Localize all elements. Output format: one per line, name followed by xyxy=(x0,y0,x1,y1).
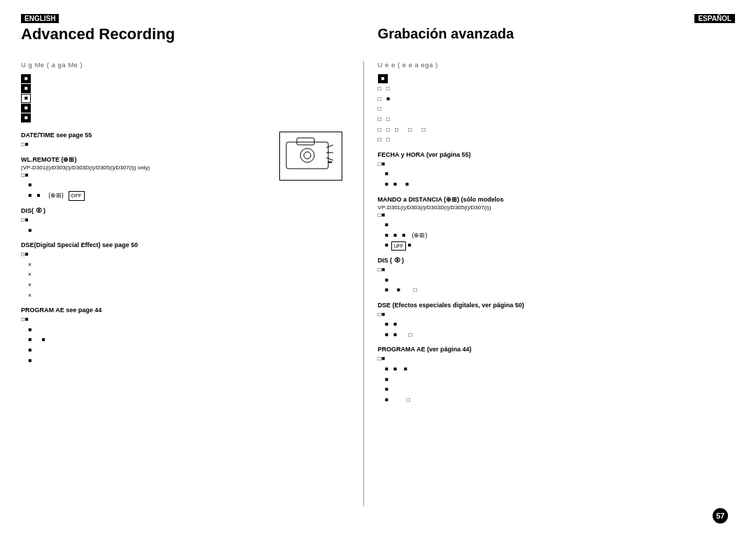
mando-sub: VP-D301(i)/D303(i)/D303D(i)/D305(i)/D307… xyxy=(378,204,735,211)
mando-menu: □■ ■ ■ ■ ■ (⊕⊞) ■ UFF ■ xyxy=(378,211,735,251)
list-item: □ □ xyxy=(378,115,735,125)
program-ae-label-left: PROGRAM AE see page 44 xyxy=(21,307,265,314)
program-ae-label-right: PROGRAMA AE (ver página 44) xyxy=(378,346,735,353)
list-item: ■ ■ ■ xyxy=(385,365,735,374)
english-badge: ENGLISH xyxy=(21,14,59,23)
list-item: ■ ■ xyxy=(28,335,265,345)
left-main-content: DATE/TIME see page 55 □■ WL.REMOTE (⊕⊞) … xyxy=(21,126,349,369)
right-column: U e e ( e e a ega ) ■ □ □ □ ■ □ □ □ □ □ … xyxy=(364,61,735,506)
page-footer: 57 xyxy=(0,513,756,534)
list-item: ■ xyxy=(378,74,735,83)
list-item: ■ ■ ■ xyxy=(385,180,735,190)
list-item: □ □ xyxy=(378,135,735,145)
spanish-badge: ESPAÑOL xyxy=(694,14,735,23)
svg-text:■■: ■■ xyxy=(328,160,332,164)
datetime-label: DATE/TIME see page 55 xyxy=(21,132,265,139)
list-item: ■ xyxy=(21,74,349,83)
list-item: ■ xyxy=(28,325,265,335)
dse-label-right: DSE (Efectos especiales digitales, ver p… xyxy=(378,302,735,309)
list-item: ■ ■ □ xyxy=(385,330,735,340)
program-menu-left: □■ ■ ■ ■ ■ ■ xyxy=(21,315,265,366)
list-item: □■ xyxy=(378,265,735,275)
list-item: × xyxy=(28,260,265,270)
list-item: □■ xyxy=(378,211,735,220)
left-title: Advanced Recording xyxy=(21,26,364,43)
left-subtitle: U g Me ( a ga Me ) xyxy=(21,61,349,69)
dis-menu-left: □■ ■ xyxy=(21,216,265,236)
list-item: ■ xyxy=(21,84,349,93)
list-item: × xyxy=(28,281,265,290)
list-item: × xyxy=(28,270,265,280)
list-item: ■ xyxy=(385,276,735,286)
right-menu-initial: ■ □ □ □ ■ □ □ □ □ □ □ □ □ □ □ xyxy=(378,74,735,146)
page-number-badge: 57 xyxy=(713,508,728,524)
left-column: U g Me ( a ga Me ) ■ ■ ■ ■ ■ DATE/TIME s… xyxy=(21,61,364,506)
svg-rect-0 xyxy=(286,142,328,169)
list-item: □ ■ xyxy=(378,94,735,104)
wl-remote-sub: (VP-D301(i)/D303(i)/D303D(i)/D305(i)/D30… xyxy=(21,164,265,171)
program-menu-right: □■ ■ ■ ■ ■ ■ ■ □ xyxy=(378,354,735,405)
list-item: ■ ■ □ xyxy=(385,286,735,295)
list-item: ■ ■ xyxy=(385,320,735,330)
page-container: ENGLISH Advanced Recording ESPAÑOL Graba… xyxy=(0,0,756,534)
header-right: ESPAÑOL Grabación avanzada xyxy=(364,14,735,45)
mando-label: MANDO a DISTANCIA (⊕⊞) (sólo modelos xyxy=(378,196,735,203)
list-item: □■ xyxy=(378,160,735,169)
left-menu-initial: ■ ■ ■ ■ ■ xyxy=(21,74,349,123)
dse-label-left: DSE(Digital Special Effect) see page 50 xyxy=(21,241,265,248)
list-item: ■ xyxy=(21,113,349,122)
list-item: ■ □ xyxy=(385,395,735,405)
dse-menu-right: □■ ■ ■ ■ ■ □ xyxy=(378,310,735,341)
list-item: □■ xyxy=(21,216,265,225)
list-item: ■ xyxy=(28,181,265,190)
dis-menu-right: □■ ■ ■ ■ □ xyxy=(378,265,735,296)
list-item: ■ xyxy=(385,220,735,230)
list-item: □■ xyxy=(21,171,265,181)
list-item: ■ xyxy=(385,375,735,385)
list-item: □■ xyxy=(21,250,265,260)
left-col-main: DATE/TIME see page 55 □■ WL.REMOTE (⊕⊞) … xyxy=(21,126,265,369)
svg-line-4 xyxy=(326,145,333,148)
diagram-box: ■■ xyxy=(279,132,342,181)
datetime-menu: □■ xyxy=(21,140,265,150)
list-item: □■ xyxy=(21,315,265,325)
list-item: × xyxy=(28,291,265,301)
list-item: □■ xyxy=(378,354,735,364)
svg-point-2 xyxy=(300,148,314,162)
list-item: □■ xyxy=(21,140,265,150)
dis-label-left: DIS( ⦿ ) xyxy=(21,207,265,214)
list-item: ■ UFF ■ xyxy=(385,241,735,251)
content-area: U g Me ( a ga Me ) ■ ■ ■ ■ ■ DATE/TIME s… xyxy=(0,47,756,513)
wl-remote-menu: □■ ■ ■ ■ (⊕⊞) OFF xyxy=(21,171,265,202)
dis-label-right: DIS ( ⦿ ) xyxy=(378,257,735,264)
diagram-inner: ■■ xyxy=(283,135,339,178)
list-item: ■ xyxy=(21,104,349,113)
list-item: ■ ■ (⊕⊞) OFF xyxy=(28,191,265,201)
right-subtitle: U e e ( e e a ega ) xyxy=(378,61,735,69)
list-item: □ xyxy=(378,104,735,114)
dse-menu-left: □■ × × × × xyxy=(21,250,265,301)
list-item: ■ xyxy=(385,169,735,179)
list-item: □ □ □ □ □ xyxy=(378,125,735,135)
wl-remote-label: WL.REMOTE (⊕⊞) xyxy=(21,156,265,163)
list-item: ■ xyxy=(28,356,265,366)
right-title: Grabación avanzada xyxy=(378,26,735,41)
list-item: □■ xyxy=(378,310,735,320)
top-header: ENGLISH Advanced Recording ESPAÑOL Graba… xyxy=(0,0,756,47)
list-item: □ □ xyxy=(378,84,735,94)
svg-rect-1 xyxy=(297,138,314,145)
list-item: ■ xyxy=(21,94,349,103)
header-left: ENGLISH Advanced Recording xyxy=(21,14,364,47)
camera-svg: ■■ xyxy=(283,135,339,177)
datetime-menu-right: □■ ■ ■ ■ ■ xyxy=(378,160,735,190)
list-item: ■ xyxy=(385,385,735,395)
camera-diagram: ■■ xyxy=(272,126,349,186)
list-item: ■ xyxy=(28,346,265,356)
svg-point-3 xyxy=(304,152,311,159)
list-item: ■ ■ ■ (⊕⊞) xyxy=(385,231,735,241)
datetime-label-right: FECHA y HORA (ver página 55) xyxy=(378,151,735,158)
list-item: ■ xyxy=(28,226,265,236)
